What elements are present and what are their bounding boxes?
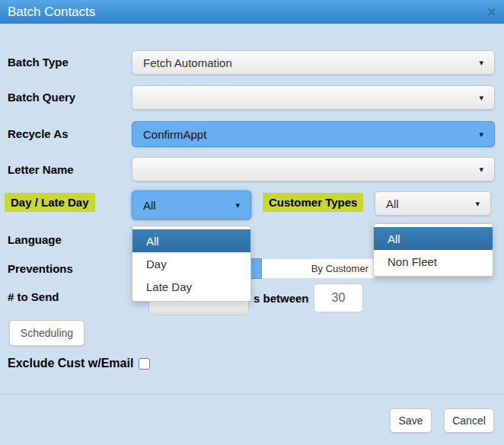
- customer-types-label: Customer Types: [263, 193, 363, 212]
- day-late-day-dropdown-menu: All Day Late Day: [132, 226, 251, 302]
- footer-divider: [0, 394, 504, 395]
- batch-type-label: Batch Type: [8, 56, 69, 69]
- dialog-title: Batch Contacts: [8, 5, 95, 20]
- letter-name-select[interactable]: ▾: [132, 157, 495, 181]
- batch-query-label: Batch Query: [8, 91, 75, 104]
- dropdown-item-day[interactable]: Day: [132, 252, 250, 275]
- save-button[interactable]: Save: [390, 408, 432, 433]
- batch-type-value: Fetch Automation: [143, 56, 232, 69]
- num-to-send-label: # to Send: [8, 290, 59, 303]
- dropdown-item-all[interactable]: All: [132, 229, 250, 252]
- caret-down-icon: ▾: [479, 93, 483, 103]
- language-label: Language: [8, 233, 62, 246]
- dropdown-item-late-day[interactable]: Late Day: [132, 275, 250, 298]
- caret-down-icon: ▾: [479, 58, 483, 68]
- close-icon[interactable]: ✕: [486, 6, 496, 18]
- letter-name-label: Letter Name: [8, 163, 74, 176]
- cancel-button[interactable]: Cancel: [444, 408, 494, 433]
- batch-type-select[interactable]: Fetch Automation ▾: [132, 50, 495, 75]
- scheduling-button[interactable]: Scheduling: [9, 320, 85, 346]
- customer-types-dropdown-menu: All Non Fleet: [373, 223, 493, 277]
- dropdown-item-non-fleet[interactable]: Non Fleet: [374, 250, 493, 273]
- batch-query-select[interactable]: ▾: [132, 85, 495, 110]
- recycle-as-value: ConfirmAppt: [143, 128, 206, 141]
- recycle-as-label: Recycle As: [8, 127, 69, 140]
- exclude-cust-email-label: Exclude Cust w/Email: [8, 357, 133, 370]
- caret-down-icon: ▾: [235, 200, 240, 210]
- day-late-day-label: Day / Late Day: [5, 193, 95, 212]
- preventions-by-customer-segment[interactable]: By Customer: [262, 258, 375, 279]
- days-between-label: s between: [254, 292, 309, 305]
- caret-down-icon: ▾: [479, 130, 483, 139]
- day-late-day-select[interactable]: All ▾: [132, 190, 251, 219]
- preventions-label: Preventions: [8, 262, 73, 275]
- batch-contacts-dialog: Batch Contacts ✕ Batch Type Fetch Automa…: [0, 0, 504, 445]
- dialog-header: Batch Contacts ✕: [0, 0, 504, 24]
- day-late-day-value: All: [143, 199, 156, 212]
- customer-types-value: All: [386, 197, 399, 210]
- days-between-input[interactable]: [314, 283, 363, 312]
- customer-types-select[interactable]: All ▾: [375, 191, 491, 216]
- caret-down-icon: ▾: [475, 199, 480, 209]
- dropdown-item-all[interactable]: All: [374, 227, 493, 250]
- caret-down-icon: ▾: [479, 165, 483, 174]
- recycle-as-select[interactable]: ConfirmAppt ▾: [132, 121, 495, 147]
- exclude-cust-email-checkbox[interactable]: [139, 358, 150, 370]
